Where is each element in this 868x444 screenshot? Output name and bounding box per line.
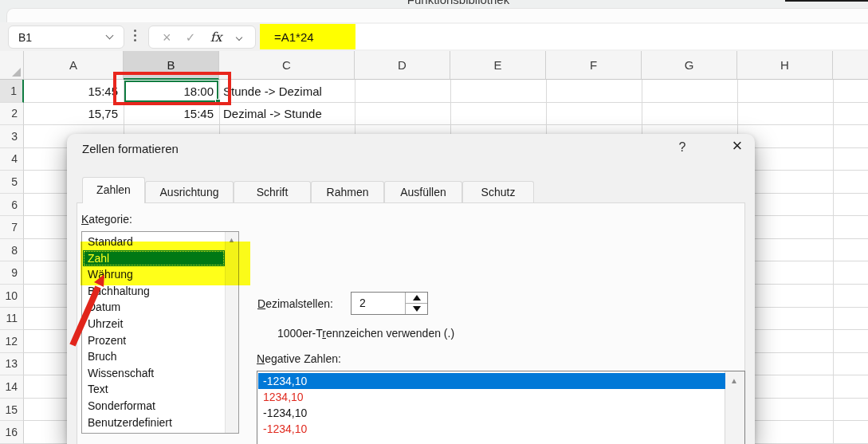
row-header-1[interactable]: 1 — [0, 80, 24, 103]
column-header-A[interactable]: A — [24, 51, 124, 80]
help-button[interactable]: ? — [673, 140, 692, 155]
formula-bar: B1 × ✓ fx =A1*24 — [0, 22, 868, 51]
row-header-16[interactable]: 16 — [0, 421, 24, 444]
negative-format-option[interactable]: -1234,10 — [258, 373, 725, 389]
row-header-13[interactable]: 13 — [0, 353, 24, 376]
tab-ausfüllen[interactable]: Ausfüllen — [384, 181, 462, 202]
ribbon-group-label: Funktionsbibliothek — [343, 0, 574, 6]
formula-bar-grip-icon — [134, 29, 136, 41]
category-item-buchhaltung[interactable]: Buchhaltung — [83, 283, 225, 300]
row-header-15[interactable]: 15 — [0, 399, 24, 422]
row-header-4[interactable]: 4 — [0, 148, 24, 171]
negative-zahlen-label: Negative Zahlen: — [257, 352, 341, 365]
red-box-annotation — [113, 72, 231, 105]
category-item-wissenschaft[interactable]: Wissenschaft — [83, 365, 225, 382]
tab-schrift[interactable]: Schrift — [234, 181, 311, 202]
category-item-zahl[interactable]: Zahl — [83, 250, 225, 267]
row-header-11[interactable]: 11 — [0, 308, 24, 331]
category-item-text[interactable]: Text — [83, 381, 225, 398]
negative-format-option[interactable]: 1234,10 — [258, 389, 725, 405]
spinner-buttons — [405, 293, 427, 314]
negative-scrollbar[interactable]: ▲ — [725, 371, 744, 444]
format-cells-dialog: Zellen formatieren ? × ZahlenAusrichtung… — [67, 134, 755, 444]
row-header-2[interactable]: 2 — [0, 103, 24, 126]
cell-A1[interactable]: 15:45 — [28, 80, 118, 103]
column-header-G[interactable]: G — [642, 51, 737, 80]
dezimalstellen-label: Dezimalstellen: — [257, 297, 333, 310]
cell-C2[interactable]: Dezimal -> Stunde — [223, 103, 349, 126]
row-header-5[interactable]: 5 — [0, 171, 24, 194]
ribbon-bottom-bar — [6, 8, 868, 22]
negative-numbers-listbox[interactable]: ▲ -1234,101234,10-1234,10-1234,10 — [257, 371, 745, 444]
column-header-partial — [833, 51, 868, 80]
spinner-down-button[interactable] — [406, 304, 427, 315]
category-listbox[interactable]: ▲ StandardZahlWährungBuchhaltungDatumUhr… — [81, 231, 239, 434]
formula-text: =A1*24 — [274, 30, 314, 44]
ribbon-strip: Funktionsbibliothek — [0, 0, 868, 22]
row-header-7[interactable]: 7 — [0, 216, 24, 239]
cell-C1[interactable]: Stunde -> Dezimal — [223, 80, 349, 103]
column-header-D[interactable]: D — [355, 51, 450, 80]
tab-zahlen[interactable]: Zahlen — [82, 177, 145, 203]
tab-rahmen[interactable]: Rahmen — [311, 181, 384, 202]
column-header-C[interactable]: C — [219, 51, 355, 80]
column-header-H[interactable]: H — [737, 51, 833, 80]
category-scrollbar[interactable]: ▲ — [225, 232, 238, 433]
dezimalstellen-spinner[interactable]: 2 — [351, 292, 428, 315]
formula-input[interactable]: =A1*24 — [260, 24, 868, 49]
row-header-3[interactable]: 3 — [0, 125, 24, 148]
name-box-value: B1 — [18, 31, 107, 44]
negative-format-option[interactable]: -1234,10 — [258, 405, 725, 421]
cell-B2[interactable]: 15:45 — [128, 103, 214, 126]
tab-ausrichtung[interactable]: Ausrichtung — [145, 181, 234, 202]
category-item-standard[interactable]: Standard — [83, 234, 225, 250]
row-header-12[interactable]: 12 — [0, 330, 24, 353]
column-header-E[interactable]: E — [450, 51, 546, 80]
cancel-icon[interactable]: × — [163, 30, 171, 45]
row-header-10[interactable]: 10 — [0, 285, 24, 308]
row-header-6[interactable]: 6 — [0, 194, 24, 217]
dezimalstellen-value: 2 — [359, 297, 366, 309]
category-item-prozent[interactable]: Prozent — [83, 332, 225, 349]
select-all-button[interactable] — [0, 51, 24, 80]
formula-buttons: × ✓ fx — [148, 26, 256, 49]
dialog-title: Zellen formatieren — [82, 142, 179, 155]
select-all-icon — [12, 68, 21, 77]
triangle-down-icon — [413, 306, 421, 312]
spinner-up-button[interactable] — [406, 293, 427, 304]
gridline-vertical — [833, 80, 834, 444]
negative-format-option[interactable]: -1234,10 — [258, 421, 725, 437]
chevron-down-icon[interactable] — [236, 33, 242, 40]
category-item-benutzerdefiniert[interactable]: Benutzerdefiniert — [83, 415, 225, 431]
category-item-uhrzeit[interactable]: Uhrzeit — [83, 316, 225, 332]
row-header-14[interactable]: 14 — [0, 375, 24, 399]
formula-highlight: =A1*24 — [260, 24, 355, 49]
category-item-datum[interactable]: Datum — [83, 299, 225, 316]
category-item-währung[interactable]: Währung — [83, 266, 225, 283]
name-box[interactable]: B1 — [8, 26, 124, 49]
scroll-up-icon[interactable]: ▲ — [228, 236, 235, 244]
column-header-F[interactable]: F — [546, 51, 642, 80]
triangle-up-icon — [413, 295, 421, 301]
chevron-down-icon[interactable] — [106, 32, 114, 40]
tab-schutz[interactable]: Schutz — [462, 181, 534, 202]
window-edge-line — [785, 0, 868, 2]
row-header-8[interactable]: 8 — [0, 239, 24, 262]
insert-function-icon[interactable]: fx — [210, 29, 222, 45]
enter-icon[interactable]: ✓ — [186, 30, 196, 45]
category-item-sonderformat[interactable]: Sonderformat — [83, 398, 225, 415]
excel-app: Funktionsbibliothek B1 × ✓ fx =A1*24 ABC… — [0, 0, 868, 444]
category-item-bruch[interactable]: Bruch — [83, 348, 225, 365]
row-header-9[interactable]: 9 — [0, 261, 24, 285]
scroll-up-icon[interactable]: ▲ — [730, 376, 738, 385]
cell-A2[interactable]: 15,75 — [28, 103, 118, 126]
thousands-separator-label: 1000er-Trennzeichen verwenden (.) — [277, 327, 454, 340]
kategorie-label: Kategorie: — [81, 213, 132, 226]
close-icon[interactable]: × — [725, 136, 749, 156]
